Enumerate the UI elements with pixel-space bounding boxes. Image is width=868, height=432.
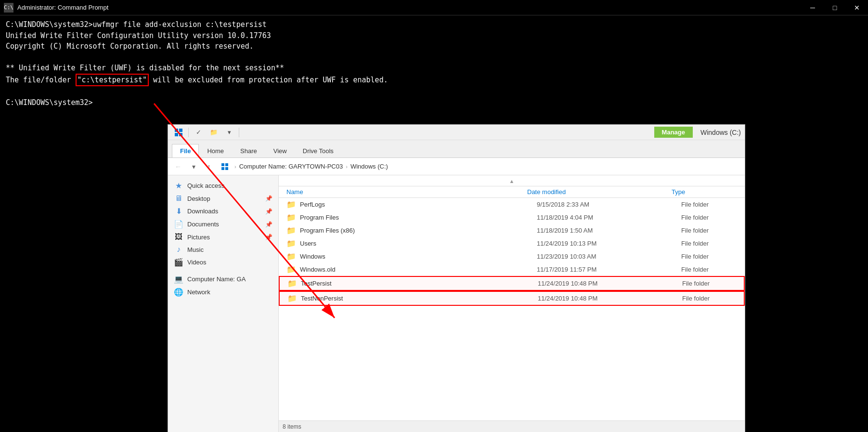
quick-access-label: Quick access [187, 182, 224, 189]
pin-icon-downloads: 📌 [265, 208, 272, 215]
quick-access-star-icon: ★ [174, 181, 183, 190]
file-type-testnonpersist: File folder [682, 295, 736, 302]
file-name-testnonpersist: TestNonPersist [301, 295, 538, 302]
manage-button[interactable]: Manage [654, 127, 693, 138]
file-row-users[interactable]: 📁 Users 11/24/2019 10:13 PM File folder [279, 237, 745, 250]
file-row-perflogs[interactable]: 📁 PerfLogs 9/15/2018 2:33 AM File folder [279, 198, 745, 211]
file-name-perflogs: PerfLogs [300, 201, 537, 208]
tab-share[interactable]: Share [232, 144, 265, 157]
content-area: ▲ Name Date modified Type 📁 PerfLogs 9/1… [279, 175, 745, 432]
pin-icon-pictures: 📌 [265, 234, 272, 240]
file-type-programfiles: File folder [681, 214, 737, 221]
folder-icon-windows-old: 📁 [286, 265, 296, 274]
sidebar-item-desktop[interactable]: 🖥 Desktop 📌 [168, 192, 278, 205]
cmd-titlebar: C:\ Administrator: Command Prompt ─ □ ✕ [0, 0, 868, 15]
tab-view[interactable]: View [265, 144, 295, 157]
sidebar-videos-label: Videos [187, 259, 207, 266]
sidebar: ★ Quick access 🖥 Desktop 📌 ⬇ Downloads 📌… [168, 175, 279, 432]
drive-title: Windows (C:) [700, 129, 741, 136]
file-row-programfiles-x86[interactable]: 📁 Program Files (x86) 11/18/2019 1:50 AM… [279, 224, 745, 237]
sidebar-item-downloads[interactable]: ⬇ Downloads 📌 [168, 205, 278, 218]
maximize-button[interactable]: □ [824, 0, 846, 15]
svg-rect-7 [225, 167, 228, 170]
path-sep-1: › [234, 164, 236, 170]
sidebar-item-music[interactable]: ♪ Music [168, 243, 278, 256]
file-row-windows[interactable]: 📁 Windows 11/23/2019 10:03 AM File folde… [279, 250, 745, 263]
file-name-testpersist: TestPersist [301, 280, 538, 287]
file-name-windows-old: Windows.old [300, 266, 537, 273]
windows-icon-btn[interactable] [172, 127, 185, 138]
file-type-perflogs: File folder [681, 201, 737, 208]
cmd-line-3: Copyright (C) Microsoft Corporation. All… [6, 41, 862, 52]
ribbon-dropdown-btn[interactable]: ▾ [222, 127, 236, 138]
sidebar-item-network[interactable]: 🌐 Network [168, 286, 278, 299]
file-date-windows-old: 11/17/2019 11:57 PM [537, 266, 681, 273]
svg-rect-1 [179, 129, 182, 132]
file-row-testpersist[interactable]: 📁 TestPersist 11/24/2019 10:48 PM File f… [279, 276, 745, 291]
cmd-line-4 [6, 52, 862, 63]
dropdown-button[interactable]: ▾ [187, 160, 200, 173]
tab-drive-tools[interactable]: Drive Tools [295, 144, 341, 157]
highlight-testpersist: "c:\testpersist" [76, 74, 149, 87]
back-button[interactable]: ← [172, 160, 184, 173]
file-name-programfiles: Program Files [300, 214, 537, 221]
file-date-programfiles-x86: 11/18/2019 1:50 AM [537, 227, 681, 234]
address-windows-btn[interactable] [218, 161, 232, 172]
ribbon-folder-btn[interactable]: 📁 [207, 127, 220, 138]
folder-icon-programfiles: 📁 [286, 213, 296, 222]
cmd-line-8: C:\WINDOWS\system32> [6, 97, 862, 108]
file-date-programfiles: 11/18/2019 4:04 PM [537, 214, 681, 221]
tab-home[interactable]: Home [199, 144, 232, 157]
folder-icon-programfiles-x86: 📁 [286, 226, 296, 235]
col-header-date[interactable]: Date modified [527, 188, 672, 196]
path-drive[interactable]: Windows (C:) [350, 163, 388, 170]
status-bar: 8 items [279, 420, 745, 432]
folder-icon-testnonpersist: 📁 [287, 294, 297, 303]
svg-rect-5 [225, 163, 228, 166]
sidebar-item-pictures[interactable]: 🖼 Pictures 📌 [168, 231, 278, 243]
status-text: 8 items [283, 423, 301, 430]
close-button[interactable]: ✕ [846, 0, 868, 15]
file-type-programfiles-x86: File folder [681, 227, 737, 234]
cmd-line-5: ** Unified Write Filter (UWF) is disable… [6, 63, 862, 74]
pin-icon-documents: 📌 [265, 221, 272, 228]
cmd-title: Administrator: Command Prompt [17, 4, 864, 11]
file-row-windows-old[interactable]: 📁 Windows.old 11/17/2019 11:57 PM File f… [279, 263, 745, 276]
path-sep-2: › [346, 164, 348, 170]
file-name-users: Users [300, 240, 537, 247]
file-type-testpersist: File folder [682, 280, 736, 287]
sidebar-pictures-label: Pictures [187, 234, 210, 241]
file-name-windows: Windows [300, 253, 537, 260]
path-computer[interactable]: Computer Name: GARYTOWN-PC03 [239, 163, 343, 170]
address-bar: ← ▾ ↑ › Computer Name: GARYTOWN-PC03 › W… [168, 158, 745, 175]
downloads-icon: ⬇ [174, 207, 183, 216]
file-date-testnonpersist: 11/24/2019 10:48 PM [538, 295, 682, 302]
svg-rect-3 [179, 133, 182, 136]
sidebar-item-documents[interactable]: 📄 Documents 📌 [168, 218, 278, 231]
ribbon-sep-2 [239, 128, 239, 137]
cmd-icon: C:\ [4, 3, 13, 13]
file-date-perflogs: 9/15/2018 2:33 AM [537, 201, 681, 208]
documents-icon: 📄 [174, 220, 183, 229]
sidebar-computer-label: Computer Name: GA [187, 275, 246, 283]
videos-icon: 🎬 [174, 258, 183, 267]
up-button[interactable]: ↑ [203, 160, 215, 173]
sidebar-item-videos[interactable]: 🎬 Videos [168, 256, 278, 269]
sidebar-item-computer[interactable]: 💻 Computer Name: GA [168, 273, 278, 286]
sidebar-music-label: Music [187, 246, 204, 253]
music-icon: ♪ [174, 245, 183, 254]
file-type-windows: File folder [681, 253, 737, 260]
tab-file[interactable]: File [172, 144, 199, 157]
sidebar-desktop-label: Desktop [187, 195, 210, 202]
col-header-type[interactable]: Type [672, 188, 737, 196]
ribbon-tabs: File Home Share View Drive Tools [168, 140, 745, 157]
file-date-testpersist: 11/24/2019 10:48 PM [538, 280, 682, 287]
sort-indicator: ▲ [509, 178, 515, 184]
file-row-programfiles[interactable]: 📁 Program Files 11/18/2019 4:04 PM File … [279, 211, 745, 224]
network-icon: 🌐 [174, 288, 183, 297]
file-row-testnonpersist[interactable]: 📁 TestNonPersist 11/24/2019 10:48 PM Fil… [279, 291, 745, 306]
col-header-name[interactable]: Name [286, 188, 527, 196]
ribbon-check-btn[interactable]: ✓ [192, 127, 205, 138]
minimize-button[interactable]: ─ [802, 0, 824, 15]
file-name-programfiles-x86: Program Files (x86) [300, 227, 537, 234]
